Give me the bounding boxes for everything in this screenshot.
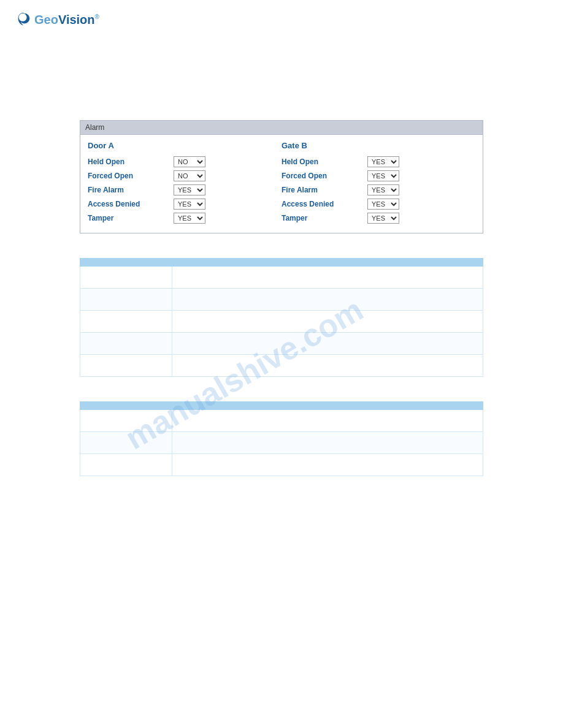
- table-section-2: [80, 401, 483, 476]
- gate-b-title: Gate B: [282, 141, 475, 151]
- table2-cell-1-2: [172, 410, 483, 432]
- alarm-row-access-denied-b: Access Denied YES NO: [282, 199, 475, 210]
- alarm-select-fire-alarm-b[interactable]: YES NO: [367, 184, 399, 195]
- table-row: [80, 432, 483, 454]
- logo-text: GeoVision®: [34, 13, 99, 27]
- data-table-2: [80, 401, 483, 476]
- alarm-panel-body: Door A Held Open NO YES Forced Open NO Y…: [80, 135, 483, 233]
- alarm-column-gate-b: Gate B Held Open YES NO Forced Open YES …: [282, 141, 475, 227]
- table1-cell-5-2: [172, 355, 483, 377]
- table-row: [80, 454, 483, 476]
- table-row: [80, 289, 483, 311]
- table1-cell-4-2: [172, 333, 483, 355]
- alarm-row-access-denied-a: Access Denied YES NO: [88, 199, 282, 210]
- data-table-1: [80, 258, 483, 377]
- alarm-select-forced-open-a[interactable]: NO YES: [174, 170, 205, 181]
- alarm-panel: Alarm Door A Held Open NO YES Forced Ope…: [80, 120, 483, 233]
- table1-cell-1-2: [172, 267, 483, 289]
- table-row: [80, 333, 483, 355]
- alarm-row-fire-alarm-a: Fire Alarm YES NO: [88, 184, 282, 195]
- alarm-select-access-denied-a[interactable]: YES NO: [174, 199, 205, 210]
- alarm-select-tamper-a[interactable]: YES NO: [174, 213, 205, 224]
- table1-cell-4-1: [80, 333, 172, 355]
- logo-icon: [15, 11, 32, 28]
- table1-cell-5-1: [80, 355, 172, 377]
- table1-cell-1-1: [80, 267, 172, 289]
- alarm-column-door-a: Door A Held Open NO YES Forced Open NO Y…: [88, 141, 282, 227]
- alarm-select-fire-alarm-a[interactable]: YES NO: [174, 184, 205, 195]
- alarm-label-fire-alarm-a: Fire Alarm: [88, 186, 174, 194]
- alarm-row-tamper-a: Tamper YES NO: [88, 213, 282, 224]
- table2-header-row: [80, 402, 483, 410]
- logo-registered: ®: [95, 13, 99, 20]
- alarm-panel-header: Alarm: [80, 121, 483, 135]
- alarm-label-fire-alarm-b: Fire Alarm: [282, 186, 367, 194]
- alarm-select-held-open-a[interactable]: NO YES: [174, 156, 205, 167]
- alarm-row-forced-open-a: Forced Open NO YES: [88, 170, 282, 181]
- table-row: [80, 410, 483, 432]
- table1-cell-2-2: [172, 289, 483, 311]
- alarm-row-tamper-b: Tamper YES NO: [282, 213, 475, 224]
- alarm-row-held-open-a: Held Open NO YES: [88, 156, 282, 167]
- alarm-label-forced-open-a: Forced Open: [88, 172, 174, 180]
- alarm-row-forced-open-b: Forced Open YES NO: [282, 170, 475, 181]
- table-section-1: [80, 258, 483, 377]
- alarm-select-access-denied-b[interactable]: YES NO: [367, 199, 399, 210]
- table1-cell-3-2: [172, 311, 483, 333]
- alarm-label-held-open-b: Held Open: [282, 157, 367, 166]
- table-row: [80, 267, 483, 289]
- table-row: [80, 355, 483, 377]
- main-content: Alarm Door A Held Open NO YES Forced Ope…: [0, 120, 563, 476]
- table2-cell-3-2: [172, 454, 483, 476]
- table2-cell-2-2: [172, 432, 483, 454]
- table2-header-col2: [172, 402, 483, 410]
- door-a-title: Door A: [88, 141, 282, 151]
- logo-container: GeoVision®: [15, 11, 99, 28]
- alarm-panel-title: Alarm: [85, 123, 104, 132]
- alarm-label-forced-open-b: Forced Open: [282, 172, 367, 180]
- alarm-label-access-denied-a: Access Denied: [88, 200, 174, 208]
- alarm-label-tamper-b: Tamper: [282, 214, 367, 222]
- table-row: [80, 311, 483, 333]
- alarm-select-held-open-b[interactable]: YES NO: [367, 156, 399, 167]
- alarm-select-forced-open-b[interactable]: YES NO: [367, 170, 399, 181]
- alarm-label-tamper-a: Tamper: [88, 214, 174, 222]
- table1-header-row: [80, 259, 483, 267]
- alarm-label-access-denied-b: Access Denied: [282, 200, 367, 208]
- table2-cell-2-1: [80, 432, 172, 454]
- table2-cell-1-1: [80, 410, 172, 432]
- header: GeoVision®: [0, 0, 563, 34]
- table1-cell-3-1: [80, 311, 172, 333]
- table2-header-col1: [80, 402, 172, 410]
- table2-cell-3-1: [80, 454, 172, 476]
- alarm-label-held-open-a: Held Open: [88, 157, 174, 166]
- svg-point-1: [19, 13, 27, 21]
- alarm-select-tamper-b[interactable]: YES NO: [367, 213, 399, 224]
- table1-header-col1: [80, 259, 172, 267]
- table1-cell-2-1: [80, 289, 172, 311]
- alarm-row-held-open-b: Held Open YES NO: [282, 156, 475, 167]
- alarm-row-fire-alarm-b: Fire Alarm YES NO: [282, 184, 475, 195]
- table1-header-col2: [172, 259, 483, 267]
